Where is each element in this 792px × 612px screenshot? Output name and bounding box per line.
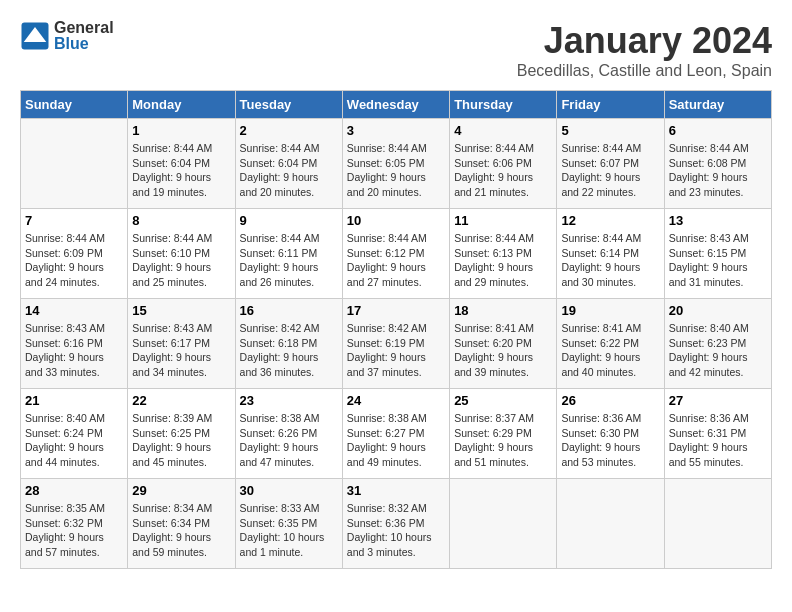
calendar-cell: 17Sunrise: 8:42 AMSunset: 6:19 PMDayligh… <box>342 299 449 389</box>
day-number: 15 <box>132 303 230 318</box>
day-info: Sunrise: 8:36 AMSunset: 6:30 PMDaylight:… <box>561 411 659 470</box>
logo: General Blue <box>20 20 114 52</box>
day-info: Sunrise: 8:39 AMSunset: 6:25 PMDaylight:… <box>132 411 230 470</box>
calendar-cell: 25Sunrise: 8:37 AMSunset: 6:29 PMDayligh… <box>450 389 557 479</box>
day-number: 2 <box>240 123 338 138</box>
header-sunday: Sunday <box>21 91 128 119</box>
calendar-cell <box>450 479 557 569</box>
day-info: Sunrise: 8:44 AMSunset: 6:05 PMDaylight:… <box>347 141 445 200</box>
title-area: January 2024 Becedillas, Castille and Le… <box>517 20 772 80</box>
weekday-header-row: Sunday Monday Tuesday Wednesday Thursday… <box>21 91 772 119</box>
month-title: January 2024 <box>517 20 772 62</box>
calendar-cell: 22Sunrise: 8:39 AMSunset: 6:25 PMDayligh… <box>128 389 235 479</box>
calendar-cell: 27Sunrise: 8:36 AMSunset: 6:31 PMDayligh… <box>664 389 771 479</box>
day-info: Sunrise: 8:42 AMSunset: 6:19 PMDaylight:… <box>347 321 445 380</box>
day-number: 24 <box>347 393 445 408</box>
day-number: 23 <box>240 393 338 408</box>
day-info: Sunrise: 8:38 AMSunset: 6:27 PMDaylight:… <box>347 411 445 470</box>
day-info: Sunrise: 8:44 AMSunset: 6:07 PMDaylight:… <box>561 141 659 200</box>
day-number: 18 <box>454 303 552 318</box>
calendar-week-row: 21Sunrise: 8:40 AMSunset: 6:24 PMDayligh… <box>21 389 772 479</box>
header-monday: Monday <box>128 91 235 119</box>
day-number: 31 <box>347 483 445 498</box>
day-info: Sunrise: 8:40 AMSunset: 6:23 PMDaylight:… <box>669 321 767 380</box>
day-number: 25 <box>454 393 552 408</box>
day-number: 27 <box>669 393 767 408</box>
calendar-cell: 24Sunrise: 8:38 AMSunset: 6:27 PMDayligh… <box>342 389 449 479</box>
day-number: 19 <box>561 303 659 318</box>
day-number: 30 <box>240 483 338 498</box>
calendar-cell: 6Sunrise: 8:44 AMSunset: 6:08 PMDaylight… <box>664 119 771 209</box>
calendar-cell: 16Sunrise: 8:42 AMSunset: 6:18 PMDayligh… <box>235 299 342 389</box>
day-info: Sunrise: 8:43 AMSunset: 6:16 PMDaylight:… <box>25 321 123 380</box>
calendar-cell: 13Sunrise: 8:43 AMSunset: 6:15 PMDayligh… <box>664 209 771 299</box>
header-tuesday: Tuesday <box>235 91 342 119</box>
calendar-cell: 12Sunrise: 8:44 AMSunset: 6:14 PMDayligh… <box>557 209 664 299</box>
day-info: Sunrise: 8:35 AMSunset: 6:32 PMDaylight:… <box>25 501 123 560</box>
day-info: Sunrise: 8:34 AMSunset: 6:34 PMDaylight:… <box>132 501 230 560</box>
day-info: Sunrise: 8:41 AMSunset: 6:20 PMDaylight:… <box>454 321 552 380</box>
calendar-cell: 1Sunrise: 8:44 AMSunset: 6:04 PMDaylight… <box>128 119 235 209</box>
calendar-table: Sunday Monday Tuesday Wednesday Thursday… <box>20 90 772 569</box>
calendar-cell <box>21 119 128 209</box>
header-thursday: Thursday <box>450 91 557 119</box>
location-title: Becedillas, Castille and Leon, Spain <box>517 62 772 80</box>
day-number: 12 <box>561 213 659 228</box>
logo-general: General <box>54 19 114 36</box>
logo-icon <box>20 21 50 51</box>
day-number: 21 <box>25 393 123 408</box>
calendar-cell: 15Sunrise: 8:43 AMSunset: 6:17 PMDayligh… <box>128 299 235 389</box>
calendar-cell: 20Sunrise: 8:40 AMSunset: 6:23 PMDayligh… <box>664 299 771 389</box>
day-number: 11 <box>454 213 552 228</box>
calendar-cell: 8Sunrise: 8:44 AMSunset: 6:10 PMDaylight… <box>128 209 235 299</box>
calendar-cell: 30Sunrise: 8:33 AMSunset: 6:35 PMDayligh… <box>235 479 342 569</box>
calendar-cell: 10Sunrise: 8:44 AMSunset: 6:12 PMDayligh… <box>342 209 449 299</box>
day-info: Sunrise: 8:44 AMSunset: 6:14 PMDaylight:… <box>561 231 659 290</box>
calendar-cell: 2Sunrise: 8:44 AMSunset: 6:04 PMDaylight… <box>235 119 342 209</box>
logo-blue: Blue <box>54 35 89 52</box>
calendar-week-row: 1Sunrise: 8:44 AMSunset: 6:04 PMDaylight… <box>21 119 772 209</box>
calendar-cell: 28Sunrise: 8:35 AMSunset: 6:32 PMDayligh… <box>21 479 128 569</box>
day-info: Sunrise: 8:44 AMSunset: 6:13 PMDaylight:… <box>454 231 552 290</box>
calendar-cell: 29Sunrise: 8:34 AMSunset: 6:34 PMDayligh… <box>128 479 235 569</box>
day-info: Sunrise: 8:44 AMSunset: 6:04 PMDaylight:… <box>132 141 230 200</box>
calendar-cell: 14Sunrise: 8:43 AMSunset: 6:16 PMDayligh… <box>21 299 128 389</box>
day-number: 28 <box>25 483 123 498</box>
day-number: 1 <box>132 123 230 138</box>
day-number: 16 <box>240 303 338 318</box>
day-number: 5 <box>561 123 659 138</box>
day-info: Sunrise: 8:43 AMSunset: 6:15 PMDaylight:… <box>669 231 767 290</box>
day-info: Sunrise: 8:44 AMSunset: 6:09 PMDaylight:… <box>25 231 123 290</box>
day-number: 17 <box>347 303 445 318</box>
calendar-cell <box>664 479 771 569</box>
day-info: Sunrise: 8:44 AMSunset: 6:06 PMDaylight:… <box>454 141 552 200</box>
day-number: 9 <box>240 213 338 228</box>
calendar-week-row: 28Sunrise: 8:35 AMSunset: 6:32 PMDayligh… <box>21 479 772 569</box>
calendar-cell: 9Sunrise: 8:44 AMSunset: 6:11 PMDaylight… <box>235 209 342 299</box>
day-number: 22 <box>132 393 230 408</box>
day-number: 4 <box>454 123 552 138</box>
calendar-cell: 4Sunrise: 8:44 AMSunset: 6:06 PMDaylight… <box>450 119 557 209</box>
day-number: 20 <box>669 303 767 318</box>
calendar-cell: 18Sunrise: 8:41 AMSunset: 6:20 PMDayligh… <box>450 299 557 389</box>
calendar-cell: 3Sunrise: 8:44 AMSunset: 6:05 PMDaylight… <box>342 119 449 209</box>
calendar-cell: 26Sunrise: 8:36 AMSunset: 6:30 PMDayligh… <box>557 389 664 479</box>
day-number: 6 <box>669 123 767 138</box>
header-wednesday: Wednesday <box>342 91 449 119</box>
calendar-cell <box>557 479 664 569</box>
calendar-cell: 19Sunrise: 8:41 AMSunset: 6:22 PMDayligh… <box>557 299 664 389</box>
day-info: Sunrise: 8:44 AMSunset: 6:04 PMDaylight:… <box>240 141 338 200</box>
calendar-week-row: 14Sunrise: 8:43 AMSunset: 6:16 PMDayligh… <box>21 299 772 389</box>
day-info: Sunrise: 8:38 AMSunset: 6:26 PMDaylight:… <box>240 411 338 470</box>
header-saturday: Saturday <box>664 91 771 119</box>
calendar-week-row: 7Sunrise: 8:44 AMSunset: 6:09 PMDaylight… <box>21 209 772 299</box>
day-info: Sunrise: 8:44 AMSunset: 6:12 PMDaylight:… <box>347 231 445 290</box>
day-info: Sunrise: 8:32 AMSunset: 6:36 PMDaylight:… <box>347 501 445 560</box>
day-number: 14 <box>25 303 123 318</box>
calendar-cell: 7Sunrise: 8:44 AMSunset: 6:09 PMDaylight… <box>21 209 128 299</box>
day-number: 26 <box>561 393 659 408</box>
header-friday: Friday <box>557 91 664 119</box>
day-number: 3 <box>347 123 445 138</box>
day-info: Sunrise: 8:41 AMSunset: 6:22 PMDaylight:… <box>561 321 659 380</box>
day-number: 10 <box>347 213 445 228</box>
